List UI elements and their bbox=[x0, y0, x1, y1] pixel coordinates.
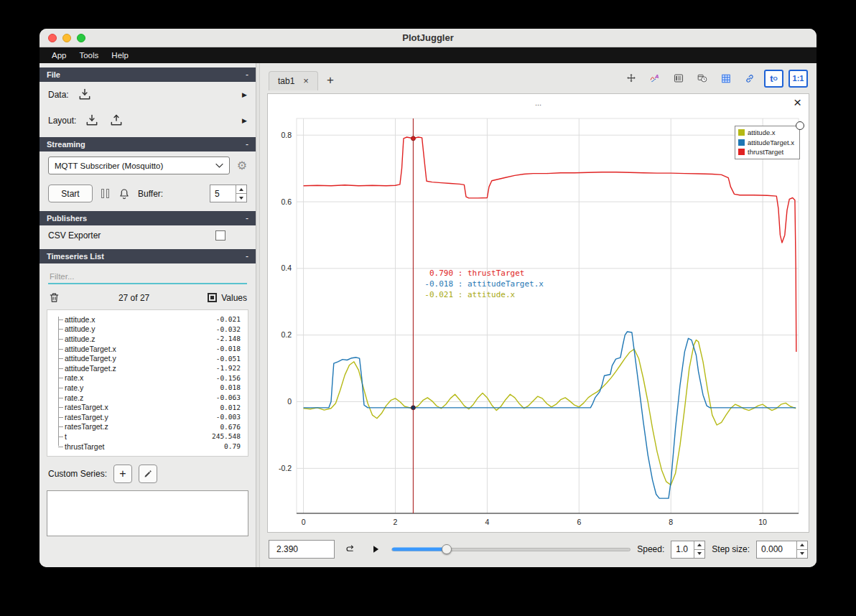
timeseries-row[interactable]: ratesTarget.x 0.012 bbox=[65, 402, 245, 412]
tabbar: tab1 × + A bbox=[260, 63, 817, 90]
time-offset-button[interactable]: tO bbox=[764, 70, 783, 88]
menu-item[interactable]: Tools bbox=[73, 50, 105, 61]
zoom-window-button[interactable] bbox=[77, 34, 85, 42]
spin-up-icon[interactable] bbox=[694, 541, 704, 550]
spin-up-icon[interactable] bbox=[797, 541, 807, 550]
collapse-icon[interactable]: - bbox=[246, 71, 248, 78]
data-row: Data: ▶ bbox=[39, 82, 256, 108]
date-time-button[interactable] bbox=[693, 69, 712, 88]
load-data-button[interactable] bbox=[76, 87, 93, 103]
timeseries-row[interactable]: ratesTarget.y -0.003 bbox=[65, 412, 245, 422]
add-tab-button[interactable]: + bbox=[324, 73, 340, 90]
menu-item[interactable]: App bbox=[45, 50, 73, 61]
timeseries-row[interactable]: t 245.548 bbox=[65, 431, 245, 442]
legend-item[interactable]: attitudeTarget.x bbox=[738, 138, 794, 148]
play-icon bbox=[371, 542, 381, 556]
timeseries-section-header[interactable]: Timeseries List - bbox=[39, 249, 256, 263]
grid-view-button[interactable] bbox=[717, 69, 735, 88]
close-window-button[interactable] bbox=[48, 34, 57, 42]
load-layout-button[interactable] bbox=[83, 113, 101, 129]
plot-legend[interactable]: attitude.x attitudeTarget.x thrustTarget bbox=[735, 126, 800, 159]
timeseries-row[interactable]: attitude.x -0.021 bbox=[65, 314, 245, 325]
svg-text:-0.2: -0.2 bbox=[279, 464, 292, 472]
add-custom-series-button[interactable]: + bbox=[113, 465, 132, 483]
plus-icon: + bbox=[119, 467, 126, 480]
timeseries-row[interactable]: attitudeTarget.z -1.922 bbox=[65, 363, 245, 373]
file-section-header[interactable]: File - bbox=[39, 67, 256, 82]
buffer-spinner[interactable]: 5 bbox=[210, 185, 247, 202]
data-expand-arrow-icon[interactable]: ▶ bbox=[242, 91, 247, 98]
timeseries-row[interactable]: attitudeTarget.x -0.018 bbox=[65, 344, 245, 354]
legend-item[interactable]: attitude.x bbox=[738, 128, 794, 138]
publishers-section-title: Publishers bbox=[47, 214, 87, 223]
streaming-source-select[interactable]: MQTT Subscriber (Mosquitto) bbox=[48, 157, 230, 174]
layout-row: Layout: ▶ bbox=[39, 108, 256, 134]
plot-svg[interactable]: -0.200.20.40.60.80246810 bbox=[268, 111, 809, 532]
custom-series-list[interactable] bbox=[47, 490, 248, 536]
one-to-one-button[interactable]: 1:1 bbox=[788, 70, 808, 88]
svg-text:4: 4 bbox=[485, 518, 489, 526]
move-pan-button[interactable] bbox=[622, 69, 641, 88]
values-checkbox-icon[interactable] bbox=[208, 293, 217, 302]
timeseries-row[interactable]: ratesTarget.z 0.676 bbox=[65, 422, 245, 432]
current-time-input[interactable] bbox=[269, 540, 335, 559]
edit-custom-series-button[interactable] bbox=[139, 465, 157, 483]
streaming-section-header[interactable]: Streaming - bbox=[39, 137, 256, 151]
curve-style-button[interactable]: A bbox=[646, 69, 664, 88]
play-button[interactable] bbox=[366, 540, 385, 559]
timeseries-value: -0.018 bbox=[216, 345, 245, 353]
menu-item[interactable]: Help bbox=[105, 50, 135, 61]
timeseries-row[interactable]: rate.x -0.156 bbox=[65, 373, 245, 383]
bell-icon[interactable] bbox=[118, 187, 131, 200]
csv-exporter-checkbox[interactable] bbox=[215, 230, 225, 241]
streaming-settings-button[interactable]: ⚙ bbox=[237, 160, 247, 172]
timeseries-row[interactable]: rate.y 0.018 bbox=[65, 383, 245, 393]
minimize-window-button[interactable] bbox=[62, 34, 71, 42]
timeseries-name: rate.z bbox=[65, 393, 83, 402]
plot-widget[interactable]: ... × -0.200.20.40.60.80246810 0.790 : t… bbox=[267, 93, 809, 533]
timeseries-name: ratesTarget.z bbox=[65, 422, 108, 431]
timeseries-row[interactable]: rate.z -0.063 bbox=[65, 393, 245, 403]
publishers-section-header[interactable]: Publishers - bbox=[39, 211, 256, 225]
spin-down-icon[interactable] bbox=[694, 550, 704, 558]
data-list-button[interactable] bbox=[669, 69, 688, 88]
collapse-icon[interactable]: - bbox=[246, 253, 248, 260]
timeseries-name: t bbox=[65, 432, 67, 441]
tab-close-icon[interactable]: × bbox=[303, 77, 309, 85]
spin-down-icon[interactable] bbox=[236, 194, 246, 202]
spin-up-icon[interactable] bbox=[236, 185, 246, 194]
timeseries-row[interactable]: attitude.z -2.148 bbox=[65, 334, 245, 344]
speed-spinner[interactable]: 1.0 bbox=[671, 541, 705, 559]
values-toggle[interactable]: Values bbox=[208, 293, 247, 303]
plot-close-button[interactable]: × bbox=[794, 95, 801, 111]
timeseries-name: thrustTarget bbox=[65, 442, 104, 451]
timeseries-row[interactable]: thrustTarget 0.79 bbox=[65, 442, 245, 452]
plot-canvas[interactable]: -0.200.20.40.60.80246810 0.790 : thrustT… bbox=[268, 111, 809, 532]
timeseries-row[interactable]: attitudeTarget.y -0.051 bbox=[65, 353, 245, 363]
legend-label: thrustTarget bbox=[748, 147, 783, 157]
timeseries-name: rate.y bbox=[65, 383, 83, 392]
layout-expand-arrow-icon[interactable]: ▶ bbox=[242, 117, 247, 124]
legend-item[interactable]: thrustTarget bbox=[738, 147, 794, 157]
start-button[interactable]: Start bbox=[48, 185, 93, 202]
timeline-slider-handle[interactable] bbox=[442, 544, 452, 554]
trash-icon[interactable] bbox=[48, 291, 60, 304]
collapse-icon[interactable]: - bbox=[246, 215, 248, 222]
save-layout-button[interactable] bbox=[108, 113, 125, 129]
pause-icon[interactable] bbox=[100, 189, 111, 198]
link-axes-button[interactable] bbox=[740, 69, 759, 88]
spin-down-icon[interactable] bbox=[797, 550, 807, 558]
svg-text:0.6: 0.6 bbox=[281, 197, 292, 206]
tab-tab1[interactable]: tab1 × bbox=[269, 71, 318, 90]
timeseries-row[interactable]: attitude.y -0.032 bbox=[65, 325, 245, 335]
export-layout-icon bbox=[109, 113, 124, 128]
timeline-slider[interactable] bbox=[391, 541, 631, 557]
collapse-icon[interactable]: - bbox=[246, 141, 248, 148]
plotjuggler-window: PlotJuggler AppToolsHelp File - Data: ▶ … bbox=[39, 29, 817, 567]
legend-handle-icon[interactable] bbox=[796, 121, 804, 130]
tracker-annotation: 0.790 : thrustTarget-0.018 : attitudeTar… bbox=[424, 246, 544, 322]
svg-text:0.8: 0.8 bbox=[281, 131, 292, 139]
filter-input[interactable] bbox=[48, 270, 247, 284]
loop-button[interactable] bbox=[341, 540, 360, 559]
step-size-spinner[interactable]: 0.000 bbox=[756, 541, 808, 559]
